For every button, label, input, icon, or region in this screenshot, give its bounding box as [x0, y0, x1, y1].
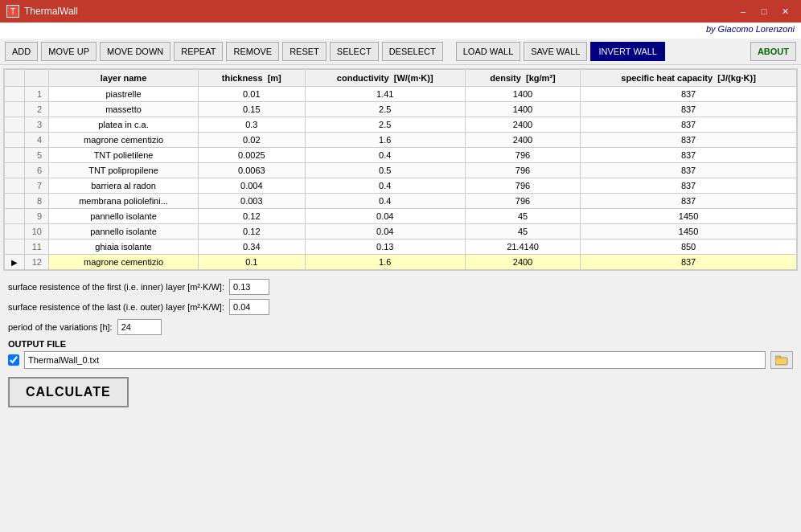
heat-cell: 1450	[581, 209, 797, 224]
table-row[interactable]: 7barriera al radon0.0040.4796837	[5, 178, 797, 194]
col-layer-name: layer name	[49, 70, 199, 87]
row-arrow-cell	[5, 194, 25, 209]
thickness-cell: 0.02	[199, 133, 306, 148]
layer-name-cell: magrone cementizio	[49, 133, 199, 148]
col-arrow	[5, 70, 25, 87]
period-row: period of the variations [h]:	[8, 319, 793, 335]
row-number-cell: 10	[25, 224, 49, 239]
layer-name-cell: pannello isolante	[49, 209, 199, 224]
col-density: density [kg/m³]	[465, 70, 580, 87]
outer-resistance-row: surface resistence of the last (i.e. out…	[8, 299, 793, 315]
table-row[interactable]: 2massetto0.152.51400837	[5, 102, 797, 117]
thickness-cell: 0.15	[199, 102, 306, 117]
repeat-button[interactable]: REPEAT	[174, 42, 223, 61]
thickness-cell: 0.1	[199, 255, 306, 270]
density-cell: 2400	[465, 133, 580, 148]
calculate-button[interactable]: CALCULATE	[8, 377, 129, 407]
layer-name-cell: TNT polipropilene	[49, 163, 199, 178]
invert-wall-button[interactable]: INVERT WALL	[590, 42, 665, 61]
table-row[interactable]: 10pannello isolante0.120.04451450	[5, 224, 797, 239]
layer-name-cell: membrana poliolefini...	[49, 194, 199, 209]
save-wall-button[interactable]: SAVE WALL	[524, 42, 587, 61]
close-button[interactable]: ✕	[775, 4, 795, 18]
table-row[interactable]: 8membrana poliolefini...0.0030.4796837	[5, 194, 797, 209]
layer-name-cell: TNT polietilene	[49, 148, 199, 163]
heat-cell: 837	[581, 255, 797, 270]
row-arrow-cell: ▶	[5, 255, 25, 270]
table-row[interactable]: 4magrone cementizio0.021.62400837	[5, 133, 797, 148]
maximize-button[interactable]: □	[754, 4, 774, 18]
period-input[interactable]	[117, 319, 162, 335]
row-arrow-cell	[5, 117, 25, 133]
row-arrow-cell	[5, 163, 25, 178]
svg-rect-2	[776, 358, 787, 364]
window-controls: – □ ✕	[733, 4, 795, 18]
output-file-checkbox[interactable]	[8, 354, 19, 366]
thickness-cell: 0.0025	[199, 148, 306, 163]
layer-name-cell: piastrelle	[49, 87, 199, 102]
select-button[interactable]: SELECT	[330, 42, 379, 61]
outer-resistance-input[interactable]	[229, 299, 269, 315]
remove-button[interactable]: REMOVE	[226, 42, 279, 61]
heat-cell: 837	[581, 163, 797, 178]
table-row[interactable]: 1piastrelle0.011.411400837	[5, 87, 797, 102]
density-cell: 1400	[465, 87, 580, 102]
heat-cell: 837	[581, 178, 797, 194]
output-file-input[interactable]	[24, 351, 766, 369]
reset-button[interactable]: RESET	[282, 42, 327, 61]
add-button[interactable]: ADD	[5, 42, 38, 61]
heat-cell: 837	[581, 117, 797, 133]
conductivity-cell: 0.13	[305, 239, 465, 255]
row-number-cell: 4	[25, 133, 49, 148]
author-bar: by Giacomo Lorenzoni	[0, 23, 801, 39]
col-thickness: thickness [m]	[199, 70, 306, 87]
row-arrow-cell	[5, 133, 25, 148]
move-up-button[interactable]: MOVE UP	[41, 42, 97, 61]
layers-table: layer name thickness [m] conductivity [W…	[4, 69, 797, 270]
row-number-cell: 7	[25, 178, 49, 194]
layer-name-cell: ghiaia isolante	[49, 239, 199, 255]
thickness-cell: 0.3	[199, 117, 306, 133]
move-down-button[interactable]: MOVE DOWN	[100, 42, 170, 61]
row-arrow-cell	[5, 239, 25, 255]
conductivity-cell: 0.04	[305, 209, 465, 224]
load-wall-button[interactable]: LOAD WALL	[456, 42, 521, 61]
row-arrow-cell	[5, 178, 25, 194]
density-cell: 45	[465, 209, 580, 224]
heat-cell: 837	[581, 194, 797, 209]
minimize-button[interactable]: –	[733, 4, 753, 18]
row-arrow-cell	[5, 148, 25, 163]
thickness-cell: 0.34	[199, 239, 306, 255]
row-number-cell: 6	[25, 163, 49, 178]
conductivity-cell: 0.4	[305, 148, 465, 163]
table-row[interactable]: 11ghiaia isolante0.340.1321.4140850	[5, 239, 797, 255]
layer-name-cell: massetto	[49, 102, 199, 117]
row-arrow-cell	[5, 87, 25, 102]
conductivity-cell: 2.5	[305, 117, 465, 133]
inner-resistance-input[interactable]	[229, 279, 269, 295]
layer-name-cell: platea in c.a.	[49, 117, 199, 133]
browse-folder-button[interactable]	[770, 351, 793, 369]
layer-name-cell: pannello isolante	[49, 224, 199, 239]
row-arrow-cell	[5, 224, 25, 239]
deselect-button[interactable]: DESELECT	[382, 42, 443, 61]
layer-name-cell: barriera al radon	[49, 178, 199, 194]
row-number-cell: 11	[25, 239, 49, 255]
table-row[interactable]: ▶12magrone cementizio0.11.62400837	[5, 255, 797, 270]
bottom-panel: surface resistence of the first (i.e. in…	[0, 274, 801, 412]
table-row[interactable]: 3platea in c.a.0.32.52400837	[5, 117, 797, 133]
conductivity-cell: 0.5	[305, 163, 465, 178]
author-text: by Giacomo Lorenzoni	[706, 24, 795, 34]
toolbar: ADD MOVE UP MOVE DOWN REPEAT REMOVE RESE…	[0, 39, 801, 65]
heat-cell: 850	[581, 239, 797, 255]
heat-cell: 837	[581, 87, 797, 102]
conductivity-cell: 1.6	[305, 255, 465, 270]
row-number-cell: 9	[25, 209, 49, 224]
col-conductivity: conductivity [W/(m·K)]	[305, 70, 465, 87]
table-row[interactable]: 9pannello isolante0.120.04451450	[5, 209, 797, 224]
table-row[interactable]: 5TNT polietilene0.00250.4796837	[5, 148, 797, 163]
conductivity-cell: 2.5	[305, 102, 465, 117]
thickness-cell: 0.004	[199, 178, 306, 194]
table-row[interactable]: 6TNT polipropilene0.00630.5796837	[5, 163, 797, 178]
about-button[interactable]: ABOUT	[750, 42, 796, 61]
